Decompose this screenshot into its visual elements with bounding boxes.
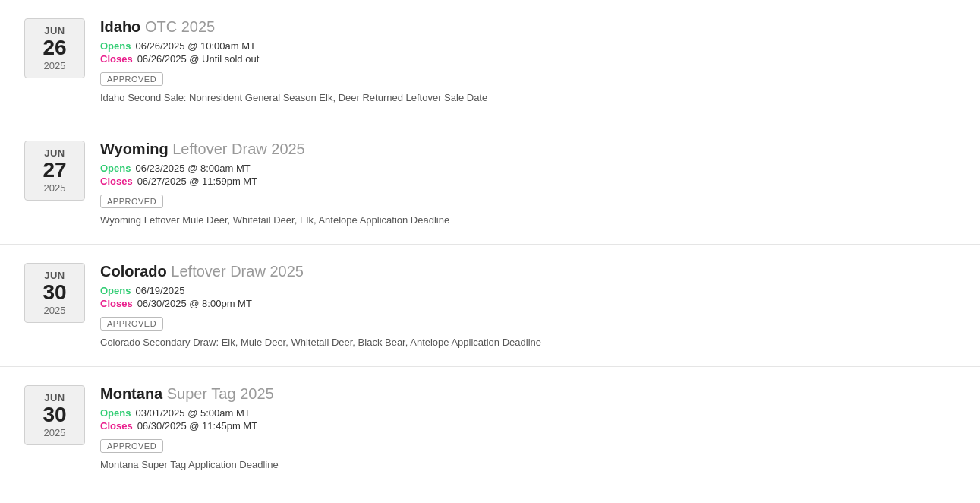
event-day: 26 (30, 36, 80, 60)
events-list: JUN 26 2025 Idaho OTC 2025 Opens 06/26/2… (0, 0, 980, 503)
date-badge: JUN 30 2025 (24, 263, 85, 323)
opens-date: 06/26/2025 @ 10:00am MT (135, 40, 255, 52)
event-title: Montana Super Tag 2025 (100, 385, 956, 403)
event-type: Leftover Draw 2025 (172, 141, 305, 157)
closes-line: Closes 06/26/2025 @ Until sold out (100, 53, 956, 65)
closes-line: Closes 06/30/2025 @ 11:45pm MT (100, 420, 956, 432)
closes-date: 06/30/2025 @ 11:45pm MT (137, 420, 257, 432)
closes-label: Closes (100, 298, 133, 309)
event-year: 2025 (30, 427, 80, 438)
closes-label: Closes (100, 420, 133, 432)
event-type: OTC 2025 (145, 18, 215, 35)
approved-badge: APPROVED (100, 439, 163, 453)
state-name: Colorado (100, 263, 167, 280)
opens-label: Opens (100, 285, 131, 296)
date-badge: JUN 30 2025 (24, 385, 85, 445)
event-description: Colorado Secondary Draw: Elk, Mule Deer,… (100, 337, 956, 348)
list-item[interactable]: JUN 30 2025 Colorado Leftover Draw 2025 … (0, 245, 980, 367)
state-name: Wyoming (100, 141, 169, 157)
list-item[interactable]: JUN 26 2025 Idaho OTC 2025 Opens 06/26/2… (0, 0, 980, 122)
event-day: 30 (30, 403, 80, 427)
opens-line: Opens 03/01/2025 @ 5:00am MT (100, 407, 956, 419)
opens-label: Opens (100, 40, 131, 52)
event-day: 30 (30, 281, 80, 305)
opens-line: Opens 06/26/2025 @ 10:00am MT (100, 40, 956, 52)
closes-label: Closes (100, 176, 133, 187)
event-content: Wyoming Leftover Draw 2025 Opens 06/23/2… (100, 141, 956, 226)
opens-date: 06/19/2025 (135, 285, 184, 296)
opens-label: Opens (100, 407, 131, 419)
closes-line: Closes 06/30/2025 @ 8:00pm MT (100, 298, 956, 309)
opens-line: Opens 06/23/2025 @ 8:00am MT (100, 163, 956, 174)
opens-line: Opens 06/19/2025 (100, 285, 956, 296)
event-year: 2025 (30, 305, 80, 316)
closes-line: Closes 06/27/2025 @ 11:59pm MT (100, 176, 956, 187)
event-month: JUN (30, 147, 80, 159)
event-year: 2025 (30, 60, 80, 71)
state-name: Montana (100, 385, 162, 402)
event-description: Idaho Second Sale: Nonresident General S… (100, 92, 956, 103)
opens-date: 03/01/2025 @ 5:00am MT (135, 407, 250, 419)
state-name: Idaho (100, 18, 140, 35)
event-title: Wyoming Leftover Draw 2025 (100, 141, 956, 158)
opens-label: Opens (100, 163, 131, 174)
closes-date: 06/26/2025 @ Until sold out (137, 53, 260, 65)
event-content: Colorado Leftover Draw 2025 Opens 06/19/… (100, 263, 956, 348)
event-year: 2025 (30, 182, 80, 194)
event-type: Leftover Draw 2025 (171, 263, 304, 280)
event-title: Idaho OTC 2025 (100, 18, 956, 36)
closes-label: Closes (100, 53, 133, 65)
approved-badge: APPROVED (100, 195, 163, 208)
opens-date: 06/23/2025 @ 8:00am MT (135, 163, 250, 174)
event-description: Montana Super Tag Application Deadline (100, 459, 956, 470)
event-month: JUN (30, 270, 80, 281)
event-title: Colorado Leftover Draw 2025 (100, 263, 956, 280)
closes-date: 06/30/2025 @ 8:00pm MT (137, 298, 252, 309)
date-badge: JUN 27 2025 (24, 141, 85, 201)
closes-date: 06/27/2025 @ 11:59pm MT (137, 176, 257, 187)
event-day: 27 (30, 159, 80, 182)
approved-badge: APPROVED (100, 72, 163, 86)
event-description: Wyoming Leftover Mule Deer, Whitetail De… (100, 214, 956, 226)
event-content: Montana Super Tag 2025 Opens 03/01/2025 … (100, 385, 956, 470)
list-item[interactable]: JUN 27 2025 Wyoming Leftover Draw 2025 O… (0, 122, 980, 245)
approved-badge: APPROVED (100, 317, 163, 331)
event-month: JUN (30, 25, 80, 36)
list-item[interactable]: JUN 30 2025 Montana Super Tag 2025 Opens… (0, 367, 980, 489)
event-month: JUN (30, 392, 80, 403)
date-badge: JUN 26 2025 (24, 18, 85, 78)
event-content: Idaho OTC 2025 Opens 06/26/2025 @ 10:00a… (100, 18, 956, 103)
event-type: Super Tag 2025 (167, 385, 274, 402)
